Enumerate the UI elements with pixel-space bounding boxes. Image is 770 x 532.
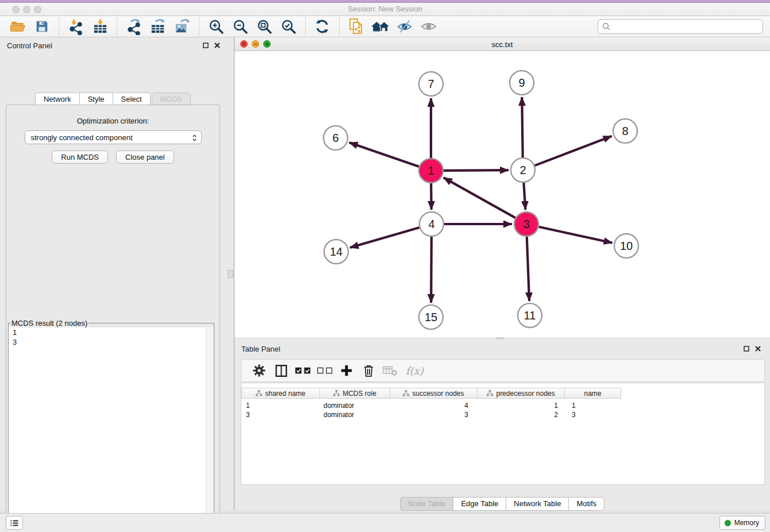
graph-edge-1-2[interactable]	[444, 170, 509, 171]
graph-node-11[interactable]: 11	[518, 303, 542, 327]
save-session-button[interactable]	[32, 17, 52, 36]
table-panel-close-icon[interactable]	[754, 345, 762, 353]
zoom-selected-button[interactable]	[278, 17, 299, 36]
network-canvas[interactable]: 7968124314101511	[234, 51, 770, 338]
graph-node-6[interactable]: 6	[324, 126, 348, 150]
toolbar-separator	[199, 17, 199, 36]
column-browser-button[interactable]	[271, 361, 291, 380]
svg-text:11: 11	[524, 309, 536, 322]
column-header-mcds-role[interactable]: MCDS role	[320, 388, 390, 399]
export-table-icon	[150, 18, 167, 35]
tab-network-table[interactable]: Network Table	[506, 497, 568, 511]
graph-node-1[interactable]: 1	[419, 159, 443, 183]
zoom-out-icon	[232, 18, 248, 34]
column-header-name[interactable]: name	[565, 388, 621, 399]
graph-edge-3-11[interactable]	[527, 237, 529, 301]
table-panel-float-icon[interactable]	[742, 345, 750, 353]
memory-label: Memory	[734, 519, 759, 527]
export-table-button[interactable]	[148, 17, 168, 36]
graph-edge-1-6[interactable]	[349, 142, 419, 167]
function-builder-button[interactable]: f(x)	[402, 361, 424, 380]
select-all-button[interactable]	[293, 361, 313, 380]
graph-edge-2-3[interactable]	[523, 183, 525, 210]
graph-node-15[interactable]: 15	[419, 305, 443, 329]
graph-node-4[interactable]: 4	[419, 212, 444, 236]
graph-node-3[interactable]: 3	[514, 212, 538, 236]
cell-shared-name: 1	[241, 401, 320, 410]
optimization-criterion-select[interactable]: strongly connected component	[25, 130, 202, 144]
graph-edge-3-10[interactable]	[539, 227, 613, 243]
result-scrollbar[interactable]	[206, 327, 214, 532]
graph-node-10[interactable]: 10	[614, 234, 638, 258]
close-panel-icon[interactable]	[213, 41, 221, 49]
svg-text:1: 1	[428, 164, 434, 177]
zoom-in-button[interactable]	[206, 17, 226, 36]
clone-network-button[interactable]	[346, 17, 367, 36]
export-network-button[interactable]	[124, 17, 144, 36]
table-row[interactable]: 1 dominator 4 1 1	[241, 401, 621, 410]
deselect-all-button[interactable]	[315, 361, 334, 380]
graph-node-2[interactable]: 2	[511, 158, 535, 182]
graph-node-9[interactable]: 9	[510, 71, 534, 95]
column-label: shared name	[265, 390, 305, 398]
table-row[interactable]: 3 dominator 3 2 3	[241, 410, 621, 419]
home-button[interactable]	[370, 17, 391, 36]
mcds-result-area[interactable]: 1 3	[9, 327, 214, 532]
open-session-button[interactable]	[7, 17, 28, 36]
run-mcds-button[interactable]: Run MCDS	[52, 151, 108, 164]
graph-edge-4-15[interactable]	[431, 237, 432, 303]
network-view-window: scc.txt 7968124314101511	[234, 37, 770, 340]
table-panel: Table Panel	[234, 340, 770, 510]
column-header-shared-name[interactable]: shared name	[241, 388, 320, 399]
graph-edge-2-9[interactable]	[522, 97, 522, 157]
close-panel-button[interactable]: Close panel	[116, 151, 174, 164]
svg-text:15: 15	[425, 311, 437, 323]
graph-node-7[interactable]: 7	[419, 72, 443, 96]
search-input[interactable]	[598, 19, 763, 34]
graph-node-8[interactable]: 8	[613, 119, 637, 143]
add-row-button[interactable]	[337, 361, 356, 380]
graph-edge-3-1[interactable]	[444, 178, 515, 218]
import-table-button[interactable]	[90, 17, 110, 36]
column-sort-icon	[333, 390, 340, 396]
tab-node-table[interactable]: Node Table	[400, 497, 453, 511]
window-title: Session: New Session	[0, 5, 770, 13]
panel-divider-vertical[interactable]	[226, 37, 234, 510]
control-panel-title: Control Panel	[7, 41, 52, 50]
mcds-result-box: MCDS result (2 nodes) 1 3	[8, 319, 214, 532]
cell-successor-nodes: 4	[390, 401, 478, 410]
column-header-successor-nodes[interactable]: successor nodes	[390, 388, 478, 399]
columns-icon	[275, 364, 288, 377]
hide-graphics-details-button[interactable]	[394, 17, 415, 36]
tab-motifs[interactable]: Motifs	[568, 497, 605, 511]
main-toolbar	[0, 16, 770, 37]
mcds-result-line: 1	[9, 327, 214, 337]
zoom-selected-icon	[280, 18, 297, 34]
zoom-fit-button[interactable]	[254, 17, 275, 36]
graph-node-14[interactable]: 14	[324, 240, 348, 264]
graph-edge-2-8[interactable]	[535, 136, 612, 165]
import-network-button[interactable]	[66, 17, 86, 36]
apply-layout-button[interactable]	[312, 17, 333, 36]
column-label: predecessor nodes	[496, 390, 555, 398]
table-settings-button[interactable]	[249, 361, 269, 380]
memory-button[interactable]: Memory	[719, 516, 765, 530]
graph-edge-4-14[interactable]	[350, 228, 419, 248]
divider-handle[interactable]	[228, 270, 233, 278]
task-history-button[interactable]	[6, 516, 23, 530]
delete-table-button[interactable]	[380, 361, 400, 380]
show-graphics-details-button[interactable]	[418, 17, 439, 36]
tab-edge-table[interactable]: Edge Table	[453, 497, 506, 511]
zoom-out-button[interactable]	[230, 17, 251, 36]
toolbar-separator	[339, 17, 340, 36]
network-canvas-svg[interactable]: 7968124314101511	[234, 51, 770, 338]
optimization-criterion-label: Optimization criterion:	[6, 117, 220, 125]
unchecked-boxes-icon	[317, 366, 333, 375]
float-panel-icon[interactable]	[202, 41, 210, 49]
select-stepper-icon	[192, 133, 197, 142]
svg-text:3: 3	[523, 218, 529, 230]
column-header-predecessor-nodes[interactable]: predecessor nodes	[478, 388, 565, 399]
delete-row-button[interactable]	[359, 361, 378, 380]
export-image-button[interactable]	[172, 17, 192, 36]
graph-edge-1-4[interactable]	[431, 183, 432, 210]
